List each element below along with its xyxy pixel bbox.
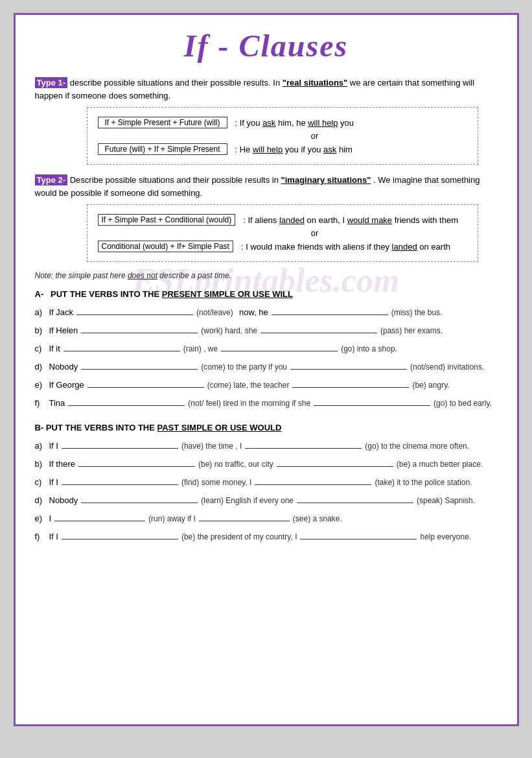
ex-letter: a)	[35, 439, 49, 453]
parens: (have) the time , I	[181, 440, 242, 453]
parens: (work) hard, she	[201, 324, 257, 337]
type1-formula-example1: : If you ask him, he will help you	[235, 118, 354, 128]
type1-block: Type 1- describe possible situations and…	[35, 77, 498, 165]
type2-formula-example2: : I would make friends with aliens if th…	[241, 242, 450, 252]
type1-formula-row2: Future (will) + If + Simple Present : He…	[98, 143, 467, 155]
blank	[87, 379, 204, 388]
ex-letter: f)	[35, 396, 49, 410]
type1-ask: ask	[262, 118, 275, 128]
parens: (not/leave)	[196, 306, 233, 319]
type2-block: Type 2- Describe possible situations and…	[35, 174, 498, 262]
ex-content: If it (rain) , we (go) into a shop.	[49, 342, 498, 356]
parens: (be) a much better place.	[397, 458, 483, 471]
blank	[314, 397, 430, 406]
type1-formula-tag1: If + Simple Present + Future (will)	[98, 117, 227, 128]
parens: (take) it to the police station.	[375, 476, 472, 489]
type2-formula-example1: : If aliens landed on earth, I would mak…	[243, 215, 458, 225]
ex-letter: a)	[35, 305, 49, 320]
list-item: c) If I (find) some money, I (take) it t…	[35, 475, 498, 490]
type1-or: or	[98, 131, 467, 141]
ex-letter: e)	[35, 512, 49, 526]
type2-landed2: landed	[392, 242, 417, 252]
list-item: d) Nobody (come) to the party if you (no…	[35, 360, 498, 374]
section-b-heading: B- PUT THE VERBS INTO THE PAST SIMPLE OR…	[35, 423, 498, 432]
blank	[62, 476, 178, 485]
type1-will-help2: will help	[253, 145, 283, 154]
type1-formula-example2: : He will help you if you ask him	[235, 145, 353, 154]
ex-letter: f)	[35, 530, 49, 544]
blank	[81, 494, 198, 503]
list-item: a) If Jack (not/leave) now, he (miss) th…	[35, 305, 498, 320]
blank	[78, 458, 195, 467]
ex-content: If there (be) no traffic, our city (be) …	[49, 457, 498, 471]
list-item: c) If it (rain) , we (go) into a shop.	[35, 342, 498, 356]
parens: (miss) the bus.	[391, 306, 443, 319]
parens: (see) a snake.	[293, 512, 342, 525]
ex-content: If George (come) late, the teacher (be) …	[49, 378, 498, 392]
type2-or: or	[98, 228, 467, 238]
ex-content: If I (be) the president of my country, I…	[49, 530, 498, 544]
list-item: e) If George (come) late, the teacher (b…	[35, 378, 498, 392]
page: ESLprintables.com If - Clauses Type 1- d…	[14, 13, 519, 726]
ex-letter: c)	[35, 475, 49, 490]
parens: (run) away if I	[148, 512, 196, 525]
blank	[260, 324, 377, 333]
note-does-not: does not	[128, 271, 157, 280]
ex-content: If Jack (not/leave) now, he (miss) the b…	[49, 305, 498, 320]
blank	[81, 361, 198, 370]
parens: (be) angry.	[412, 379, 449, 392]
blank	[81, 324, 198, 333]
parens: (go) to the cinema more often.	[365, 440, 469, 453]
list-item: e) I (run) away if I (see) a snake.	[35, 512, 498, 526]
type1-will-help: will help	[308, 118, 338, 128]
blank	[62, 440, 178, 449]
section-a-underline: PRESENT SIMPLE OR USE WILL	[162, 289, 293, 299]
ex-letter: b)	[35, 324, 49, 338]
parens: help everyone.	[420, 530, 471, 543]
type2-formula-box: If + Simple Past + Conditional (would) :…	[87, 204, 478, 262]
blank	[297, 494, 413, 503]
note-line: Note: the simple past here does not desc…	[35, 271, 498, 280]
list-item: b) If there (be) no traffic, our city (b…	[35, 457, 498, 471]
type2-formula-row1: If + Simple Past + Conditional (would) :…	[98, 214, 467, 226]
blank	[199, 512, 290, 521]
type2-formula-tag1: If + Simple Past + Conditional (would)	[98, 214, 236, 226]
list-item: f) Tina (not/ feel) tired in the morning…	[35, 396, 498, 410]
blank	[290, 361, 407, 370]
type1-label: Type 1-	[35, 77, 68, 88]
page-title: If - Clauses	[35, 28, 498, 64]
type2-desc1: Describe possible situations and their p…	[70, 175, 281, 185]
ex-letter: d)	[35, 493, 49, 508]
parens: (go) to bed early.	[434, 397, 492, 410]
parens: (not/ feel) tired in the morning if she	[188, 397, 310, 410]
type2-would-make: would make	[347, 215, 392, 225]
type2-formula-row2: Conditional (would) + If+ Simple Past : …	[98, 241, 467, 252]
parens: (not/send) invitations.	[410, 361, 484, 373]
type2-bold-underline: "imaginary situations"	[281, 175, 371, 185]
ex-content: Nobody (learn) English if every one (spe…	[49, 493, 498, 508]
type1-desc1: describe possible situations and their p…	[70, 78, 283, 88]
ex-content: Nobody (come) to the party if you (not/s…	[49, 360, 498, 374]
parens: (rain) , we	[183, 342, 218, 355]
parens: (pass) her exams.	[380, 324, 443, 337]
blank	[255, 476, 371, 485]
ex-content: Tina (not/ feel) tired in the morning if…	[49, 396, 498, 410]
parens: (come) to the party if you	[201, 361, 287, 373]
blank	[221, 342, 338, 351]
blank	[64, 342, 180, 351]
blank	[62, 530, 178, 539]
ex-letter: b)	[35, 457, 49, 471]
blank	[76, 306, 193, 315]
ex-content: If I (find) some money, I (take) it to t…	[49, 475, 498, 490]
blank	[245, 440, 362, 449]
type2-formula-tag2: Conditional (would) + If+ Simple Past	[98, 241, 233, 252]
ex-content: If Helen (work) hard, she (pass) her exa…	[49, 324, 498, 338]
type1-formula-box: If + Simple Present + Future (will) : If…	[87, 107, 478, 165]
list-item: b) If Helen (work) hard, she (pass) her …	[35, 324, 498, 338]
blank	[300, 530, 417, 539]
parens: (be) no traffic, our city	[198, 458, 273, 471]
type1-formula-tag2: Future (will) + If + Simple Present	[98, 143, 227, 155]
parens: (come) late, the teacher	[207, 379, 290, 392]
parens: (go) into a shop.	[341, 342, 397, 355]
list-item: f) If I (be) the president of my country…	[35, 530, 498, 544]
